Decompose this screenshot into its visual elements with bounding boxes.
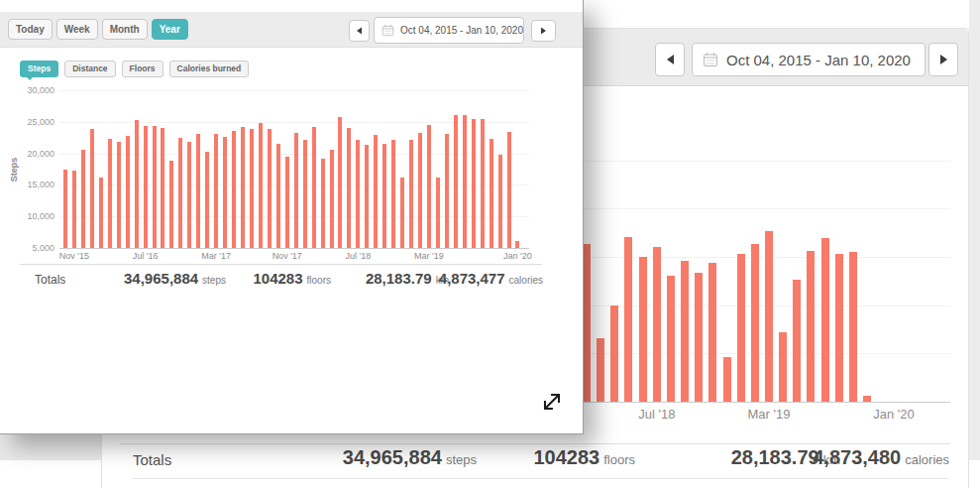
chart-bar[interactable] — [863, 396, 871, 402]
steps-chart: 5,00010,00015,00020,00025,00030,000Nov '… — [0, 0, 584, 433]
y-tick-label: 25,000 — [15, 118, 54, 127]
chart-bar[interactable] — [391, 140, 395, 248]
chart-bar[interactable] — [268, 129, 272, 248]
x-tick-label: Mar '19 — [399, 251, 459, 261]
chart-bar[interactable] — [63, 170, 67, 248]
totals-item: 104283floors — [533, 446, 635, 469]
chart-bar[interactable] — [187, 142, 191, 248]
x-tick-label: Mar '19 — [739, 407, 799, 422]
chart-bar[interactable] — [321, 159, 325, 248]
chart-bar[interactable] — [793, 280, 801, 402]
chart-bar[interactable] — [365, 145, 369, 248]
x-tick-label: Nov '17 — [258, 251, 317, 261]
chart-bar[interactable] — [214, 134, 218, 248]
chart-bar[interactable] — [117, 142, 121, 248]
chart-bar[interactable] — [667, 276, 675, 402]
screen: Oct 04, 2015 - Jan 10, 2020 Jul '18Mar '… — [0, 0, 980, 488]
chart-bar[interactable] — [418, 133, 422, 248]
chart-bar[interactable] — [445, 134, 449, 248]
chart-bar[interactable] — [498, 155, 502, 248]
chart-bar[interactable] — [135, 120, 139, 248]
expand-diagonal-icon — [538, 388, 566, 416]
totals-top-divider — [20, 264, 542, 265]
chart-bar[interactable] — [294, 133, 298, 248]
totals-item: 34,965,884steps — [124, 270, 226, 288]
chart-bar[interactable] — [178, 138, 182, 248]
totals-value: 4,873,477 — [439, 270, 505, 287]
chart-bar[interactable] — [481, 119, 485, 248]
totals-bottom-divider — [133, 478, 948, 479]
chart-bar[interactable] — [751, 244, 759, 402]
chart-bar[interactable] — [250, 129, 254, 248]
chart-bar[interactable] — [232, 131, 236, 248]
chart-bar[interactable] — [737, 254, 745, 402]
chart-bar[interactable] — [81, 150, 85, 248]
chart-bar[interactable] — [285, 157, 289, 248]
chart-bar[interactable] — [144, 126, 148, 248]
chart-bar[interactable] — [849, 252, 857, 402]
chart-bar[interactable] — [490, 139, 493, 248]
chart-bar[interactable] — [409, 140, 413, 248]
chart-bar[interactable] — [90, 129, 94, 248]
x-tick-label: Jan '20 — [488, 251, 547, 261]
totals-value: 4,873,480 — [813, 446, 901, 468]
chart-bar[interactable] — [382, 144, 386, 248]
totals-row: 34,965,884steps104283floors28,183.79km4,… — [0, 270, 584, 292]
chart-bar[interactable] — [153, 126, 157, 248]
chart-bar[interactable] — [472, 119, 476, 248]
chart-bar[interactable] — [515, 241, 519, 248]
chart-bar[interactable] — [624, 237, 632, 402]
x-tick-label: Mar '17 — [186, 251, 246, 261]
chart-bar[interactable] — [356, 140, 360, 248]
chart-gridline — [59, 122, 529, 123]
chart-bar[interactable] — [303, 140, 307, 248]
x-tick-label: Jul '18 — [328, 251, 387, 261]
x-tick-label: Jul '16 — [116, 251, 175, 261]
x-tick-label: Jul '18 — [627, 407, 687, 422]
chart-bar[interactable] — [507, 132, 511, 248]
chart-bar[interactable] — [347, 128, 351, 248]
chart-bar[interactable] — [338, 117, 342, 248]
chart-bar[interactable] — [779, 332, 787, 402]
chart-bar[interactable] — [223, 137, 227, 248]
chart-bar[interactable] — [169, 161, 173, 248]
chart-gridline — [59, 90, 529, 91]
chart-bar[interactable] — [723, 357, 731, 402]
chart-bar[interactable] — [610, 305, 618, 402]
chart-bar[interactable] — [400, 178, 404, 248]
chart-bar[interactable] — [695, 273, 703, 402]
chart-bar[interactable] — [708, 263, 716, 402]
chart-bar[interactable] — [196, 134, 200, 248]
chart-bar[interactable] — [583, 244, 591, 402]
chart-bar[interactable] — [276, 144, 280, 248]
chart-bar[interactable] — [597, 338, 604, 402]
chart-bar[interactable] — [259, 123, 263, 248]
chart-bar[interactable] — [205, 152, 209, 248]
x-tick-label: Nov '15 — [45, 251, 104, 261]
chart-bar[interactable] — [454, 115, 458, 248]
totals-unit: calories — [509, 275, 543, 286]
chart-bar[interactable] — [653, 247, 661, 402]
chart-bar[interactable] — [72, 171, 76, 248]
chart-bar[interactable] — [108, 139, 112, 248]
chart-bar[interactable] — [312, 127, 316, 248]
x-axis-line — [59, 248, 529, 249]
chart-bar[interactable] — [807, 251, 815, 402]
page-background-right — [969, 0, 980, 460]
chart-bar[interactable] — [374, 135, 378, 248]
chart-bar[interactable] — [765, 231, 773, 402]
chart-bar[interactable] — [330, 150, 334, 248]
chart-bar[interactable] — [99, 178, 103, 248]
chart-bar[interactable] — [463, 115, 467, 248]
expand-button[interactable] — [535, 385, 569, 419]
chart-bar[interactable] — [427, 125, 431, 248]
chart-bar[interactable] — [161, 128, 164, 248]
chart-bar[interactable] — [821, 238, 829, 402]
chart-bar[interactable] — [639, 257, 647, 402]
chart-bar[interactable] — [241, 127, 245, 248]
chart-bar[interactable] — [835, 254, 843, 402]
chart-bar[interactable] — [436, 178, 440, 248]
chart-bar[interactable] — [681, 261, 689, 402]
totals-value: 34,965,884 — [343, 446, 442, 468]
chart-bar[interactable] — [126, 136, 130, 248]
